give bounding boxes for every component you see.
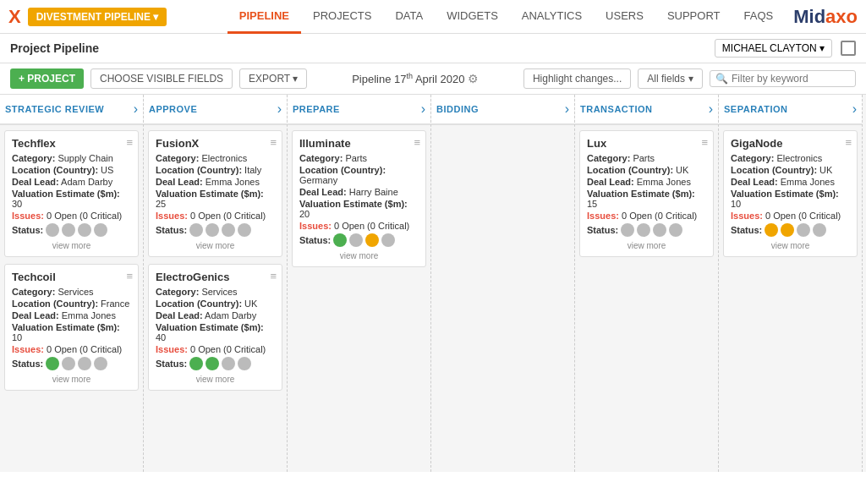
pipeline-dropdown-btn[interactable]: DIVESTMENT PIPELINE ▾	[28, 8, 167, 26]
view-more-link[interactable]: view more	[156, 375, 275, 384]
stage-header-bidding: BIDDING›	[431, 95, 574, 125]
expand-icon[interactable]	[841, 41, 856, 56]
card-status: Status:	[731, 223, 850, 237]
project-card[interactable]: ≡TechflexCategory: Supply ChainLocation …	[4, 130, 139, 257]
card-title: Techflex	[12, 137, 131, 150]
status-dot	[669, 223, 682, 237]
stage-cards-approve: ≡FusionXCategory: ElectronicsLocation (C…	[144, 125, 287, 396]
view-more-link[interactable]: view more	[731, 241, 850, 250]
card-field: Location (Country): UK	[587, 165, 706, 175]
stage-column-strategic-review: STRATEGIC REVIEW›≡TechflexCategory: Supp…	[0, 95, 144, 472]
view-more-link[interactable]: view more	[12, 375, 131, 384]
card-issues: Issues: 0 Open (0 Critical)	[12, 211, 131, 221]
view-more-link[interactable]: view more	[12, 241, 131, 250]
sub-header: Project Pipeline MICHAEL CLAYTON ▾	[0, 34, 866, 63]
export-button[interactable]: EXPORT ▾	[239, 68, 307, 89]
card-field: Category: Parts	[299, 153, 419, 163]
add-project-button[interactable]: + PROJECT	[10, 68, 84, 89]
nav-link-users[interactable]: USERS	[594, 0, 655, 34]
card-status: Status:	[156, 223, 275, 237]
filter-search-box: 🔍	[710, 70, 856, 87]
nav-link-widgets[interactable]: WIDGETS	[435, 0, 510, 34]
card-field: Valuation Estimate ($m): 30	[12, 189, 131, 209]
status-label: Status:	[12, 225, 43, 235]
nav-link-support[interactable]: SUPPORT	[655, 0, 732, 34]
card-field: Category: Electronics	[156, 153, 275, 163]
stage-column-separation: SEPARATION›≡GigaNodeCategory: Electronic…	[719, 95, 863, 472]
stage-cards-separation: ≡GigaNodeCategory: ElectronicsLocation (…	[719, 125, 862, 262]
status-dot	[238, 357, 251, 370]
status-dot	[349, 233, 363, 247]
project-card[interactable]: ≡GigaNodeCategory: ElectronicsLocation (…	[723, 130, 858, 257]
stage-title-prepare: PREPARE	[293, 104, 340, 114]
nav-link-faqs[interactable]: FAQS	[732, 0, 786, 34]
card-field: Location (Country): France	[12, 299, 131, 309]
stage-cards-transaction: ≡LuxCategory: PartsLocation (Country): U…	[575, 125, 718, 262]
status-dot	[62, 357, 75, 370]
stage-cards-bidding	[431, 125, 574, 135]
card-field: Deal Lead: Harry Baine	[299, 187, 419, 197]
card-field: Valuation Estimate ($m): 10	[12, 322, 131, 342]
status-dot	[46, 223, 59, 237]
midaxo-brand: Midaxo	[793, 6, 858, 28]
card-field: Category: Services	[156, 287, 275, 297]
card-field: Deal Lead: Emma Jones	[156, 177, 275, 187]
project-card[interactable]: ≡ElectroGenicsCategory: ServicesLocation…	[148, 264, 282, 391]
status-dot	[381, 233, 395, 247]
card-status: Status:	[299, 233, 419, 247]
view-more-link[interactable]: view more	[587, 241, 706, 250]
status-label: Status:	[731, 225, 762, 235]
status-label: Status:	[299, 235, 331, 245]
card-field: Valuation Estimate ($m): 15	[587, 189, 706, 209]
card-menu-icon[interactable]: ≡	[845, 136, 852, 149]
card-title: Techcoil	[12, 271, 131, 283]
settings-icon[interactable]: ⚙	[468, 72, 479, 85]
card-issues: Issues: 0 Open (0 Critical)	[156, 344, 275, 354]
status-dot	[62, 223, 75, 237]
status-dot	[78, 223, 91, 237]
stage-header-prepare: PREPARE›	[288, 95, 430, 125]
stage-title-separation: SEPARATION	[724, 104, 788, 114]
filter-input[interactable]	[732, 73, 850, 85]
card-field: Deal Lead: Emma Jones	[587, 177, 706, 187]
all-fields-button[interactable]: All fields ▾	[638, 68, 703, 89]
card-field: Deal Lead: Emma Jones	[731, 177, 850, 187]
stage-header-separation: SEPARATION›	[719, 95, 862, 125]
stage-header-strategic-review: STRATEGIC REVIEW›	[0, 95, 143, 125]
card-issues: Issues: 0 Open (0 Critical)	[587, 211, 706, 221]
card-menu-icon[interactable]: ≡	[270, 136, 277, 149]
card-menu-icon[interactable]: ≡	[414, 136, 420, 149]
card-title: GigaNode	[731, 137, 850, 150]
project-card[interactable]: ≡TechcoilCategory: ServicesLocation (Cou…	[4, 264, 139, 391]
card-menu-icon[interactable]: ≡	[126, 136, 133, 149]
card-menu-icon[interactable]: ≡	[701, 136, 708, 149]
stage-title-bidding: BIDDING	[436, 104, 479, 114]
project-card[interactable]: ≡IlluminateCategory: PartsLocation (Coun…	[292, 130, 426, 267]
status-dot	[765, 223, 778, 237]
card-title: Lux	[587, 137, 706, 150]
user-menu-btn[interactable]: MICHAEL CLAYTON ▾	[715, 39, 832, 58]
user-name-label: MICHAEL CLAYTON ▾	[722, 42, 825, 54]
card-field: Valuation Estimate ($m): 40	[156, 322, 275, 342]
card-field: Location (Country): UK	[731, 165, 850, 175]
nav-link-pipeline[interactable]: PIPELINE	[227, 0, 301, 34]
choose-fields-button[interactable]: CHOOSE VISIBLE FIELDS	[90, 68, 233, 89]
status-dot	[637, 223, 650, 237]
nav-link-projects[interactable]: PROJECTS	[301, 0, 383, 34]
card-menu-icon[interactable]: ≡	[270, 270, 277, 282]
nav-link-data[interactable]: DATA	[383, 0, 435, 34]
highlight-changes-button[interactable]: Highlight changes...	[523, 68, 631, 89]
toolbar: + PROJECT CHOOSE VISIBLE FIELDS EXPORT ▾…	[0, 63, 866, 95]
card-menu-icon[interactable]: ≡	[126, 270, 133, 282]
pipeline-board: STRATEGIC REVIEW›≡TechflexCategory: Supp…	[0, 95, 866, 472]
project-card[interactable]: ≡LuxCategory: PartsLocation (Country): U…	[579, 130, 714, 257]
nav-link-analytics[interactable]: ANALYTICS	[510, 0, 594, 34]
stage-arrow-icon: ›	[709, 101, 713, 117]
view-more-link[interactable]: view more	[299, 251, 419, 260]
project-card[interactable]: ≡FusionXCategory: ElectronicsLocation (C…	[148, 130, 282, 257]
stage-title-transaction: TRANSACTION	[580, 104, 653, 114]
status-dot	[206, 357, 219, 370]
status-dot	[813, 223, 826, 237]
stage-arrow-icon: ›	[565, 101, 569, 117]
view-more-link[interactable]: view more	[156, 241, 275, 250]
